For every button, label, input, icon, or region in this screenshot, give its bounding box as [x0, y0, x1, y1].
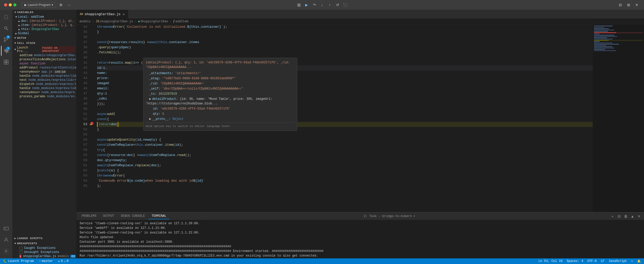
new-terminal-button[interactable]: +	[610, 213, 615, 219]
call-stack-header[interactable]: ▼ CALL STACK	[12, 41, 76, 46]
code-editor[interactable]: 34 35 36 37 38 39 40 41 42 43 44 45 46 4…	[76, 24, 644, 212]
bp-uncaught-exceptions[interactable]: Uncaught Exceptions	[12, 250, 76, 254]
tooltip-line-proto[interactable]: ▶__proto__: Object	[146, 116, 295, 122]
stop-button[interactable]: ⬛	[342, 2, 348, 8]
activity-icon-search[interactable]	[1, 23, 11, 33]
tab-shoppingcartdao[interactable]: JS shoppingCartDao.js ✕	[76, 10, 128, 18]
code-line-36	[97, 35, 593, 40]
var-item-global[interactable]: ▶ Global	[12, 31, 76, 35]
status-errors[interactable]: ✕ 0 ⚠ 0	[57, 259, 70, 263]
variables-section: ▼ VARIABLES ▼ Local: addItem ▶ doc: {det…	[12, 10, 76, 35]
bp-caught-checkbox[interactable]	[20, 247, 23, 250]
status-language[interactable]: JavaScript	[608, 259, 628, 263]
ellipsis-icon[interactable]: ···	[66, 2, 72, 8]
activity-icon-explorer[interactable]	[1, 12, 11, 22]
continue-button[interactable]: ▶	[304, 2, 310, 8]
frame-fn-anon2: <anonymous>	[20, 91, 40, 94]
cs-frame-async[interactable]: async function	[12, 62, 76, 66]
status-eol[interactable]: LF	[600, 259, 605, 263]
tooltip-line-detailproduct[interactable]: ▶detailProduct: {id: 36, name: 'Mood Tab…	[146, 96, 295, 106]
gutter: ⇒	[90, 24, 95, 212]
bc-shoppingcartdao[interactable]: JSshoppingCartDao.js	[95, 20, 133, 23]
status-branch[interactable]: ⑂ master	[38, 259, 54, 263]
status-notification[interactable]: 🔔	[636, 259, 642, 263]
close-panel-icon[interactable]: ✕	[634, 2, 640, 8]
bp-caught-exceptions[interactable]: Caught Exceptions	[12, 246, 76, 250]
close-button[interactable]	[4, 3, 7, 6]
status-encoding[interactable]: UTF-8	[586, 259, 598, 263]
gear-icon[interactable]: ⚙	[58, 2, 64, 8]
code-line-55	[97, 132, 593, 137]
tab-output[interactable]: OUTPUT	[100, 213, 117, 219]
frame-fn-additem: addItem	[20, 54, 32, 57]
chevron-down-icon[interactable]: ▾	[414, 214, 415, 218]
close-panel-button[interactable]: ✕	[636, 213, 642, 219]
loaded-scripts-header[interactable]: ▶ LOADED SCRIPTS	[12, 236, 76, 241]
terminal-content[interactable]: Service 'ttweb-cloned-routing-svc' is av…	[76, 220, 644, 258]
cs-frame-anonymous1[interactable]: <anonymous> app.js 146:18	[12, 70, 76, 74]
breadcrumb: models › JSshoppingCartDao.js › ◆Shoppin…	[76, 19, 644, 24]
status-spaces[interactable]: Spaces: 4	[566, 259, 584, 263]
tab-problems[interactable]: PROBLEMS	[79, 213, 100, 219]
tab-terminal[interactable]: TERMINAL	[148, 213, 169, 219]
global-label: Global	[18, 32, 29, 35]
split-terminal-button[interactable]: ⊟	[616, 213, 622, 219]
debug-arrow-53: ⇒	[89, 122, 92, 127]
minimize-button[interactable]	[9, 3, 12, 6]
grid-icon[interactable]: ⊞	[296, 2, 302, 8]
step-out-button[interactable]: ↑	[327, 2, 333, 8]
restart-button[interactable]: ↺	[334, 2, 341, 8]
thread-name: Launch Pro...	[17, 46, 40, 53]
cs-frame-next[interactable]: next node_modules/express/lib/ro...	[12, 78, 76, 82]
maximize-button[interactable]	[13, 3, 16, 6]
bp-shoppingcart-label: shoppingCartDao.js	[23, 255, 56, 258]
activity-icon-extensions[interactable]	[1, 57, 11, 67]
cs-frame-process-params[interactable]: process_params node_modules/ex...	[12, 94, 76, 99]
status-bar: 🐛 Launch Program ⑂ master ✕ 0 ⚠ 0 Ln 53,…	[0, 258, 644, 264]
activity-icon-account[interactable]	[1, 235, 11, 245]
tooltip-trigger-line: {detailProduct: {…}, qty: 1, id: 'e8c595…	[146, 60, 295, 70]
this-chevron: ▶	[18, 28, 20, 31]
bc-models[interactable]: models	[80, 20, 91, 23]
cs-frame-additem[interactable]: addItem models/shoppingCartDao.js	[12, 53, 76, 57]
cs-frame-handle2[interactable]: handle node_modules/express/lib/r...	[12, 86, 76, 90]
activity-icon-settings[interactable]	[1, 246, 11, 256]
var-item-item[interactable]: ▶ item: {detailProduct: {…}, qty: 1, i..…	[12, 23, 76, 27]
activity-icon-debug[interactable]: 1	[1, 46, 11, 56]
svg-point-2	[4, 37, 6, 39]
var-item-this[interactable]: ▶ this: ShoppingCartDao	[12, 27, 76, 31]
traffic-lights	[4, 3, 16, 6]
terminal-name: 2: Task - bridge-to-kubern	[364, 214, 412, 218]
watch-header[interactable]: ▼ WATCH	[12, 35, 76, 41]
bc-class[interactable]: ◆ShoppingCartDao	[138, 19, 168, 23]
step-over-button[interactable]: ↷	[311, 2, 318, 8]
bp-uncaught-checkbox[interactable]	[20, 251, 23, 254]
activity-icon-source-control[interactable]: 6	[1, 34, 11, 45]
split-editor-icon[interactable]: ⊞	[626, 2, 632, 8]
status-debug[interactable]: 🐛 Launch Program	[2, 259, 35, 263]
cs-frame-process[interactable]: processTicksAndRejections intern...	[12, 57, 76, 62]
status-line-col[interactable]: Ln 53, Col 19	[537, 259, 564, 263]
call-stack-list: ▼ Launch Pro... PAUSED ON BREAKPOINT add…	[12, 46, 76, 236]
variables-header[interactable]: ▼ VARIABLES	[12, 10, 76, 15]
var-item-doc[interactable]: ▶ doc: {detailProduct: {…}, qty: 1, id..…	[12, 19, 76, 23]
kill-terminal-button[interactable]: 🗑	[623, 213, 629, 219]
cs-frame-anonymous2[interactable]: <anonymous> node_modules/expre...	[12, 90, 76, 94]
cs-frame-handle1[interactable]: handle node_modules/express/lib/r...	[12, 74, 76, 78]
var-item-local[interactable]: ▼ Local: addItem	[12, 15, 76, 19]
breakpoints-header[interactable]: ▼ BREAKPOINTS	[12, 241, 76, 246]
maximize-panel-button[interactable]: ▲	[630, 213, 635, 219]
layout-icon[interactable]: ⊟	[617, 2, 623, 8]
bp-shoppingcartdao[interactable]: ✓ shoppingCartDao.js models 23	[12, 254, 76, 258]
activity-icon-remote[interactable]	[1, 223, 11, 234]
step-into-button[interactable]: ↓	[319, 2, 325, 8]
bp-shoppingcart-checkbox[interactable]: ✓	[20, 255, 21, 258]
tab-debug-console[interactable]: DEBUG CONSOLE	[118, 213, 148, 219]
run-dropdown[interactable]: ▶ Launch Program ▾	[22, 2, 56, 8]
bc-method[interactable]: ƒaddItem	[173, 20, 188, 23]
status-feedback[interactable]: ☺	[630, 259, 634, 263]
cs-frame-addproduct[interactable]: addProduct routes/cartController.js	[12, 66, 76, 70]
tab-close-icon[interactable]: ✕	[123, 12, 125, 16]
cs-frame-dispatch[interactable]: dispatch node_modules/express/l...	[12, 82, 76, 86]
cs-thread-launch[interactable]: ▼ Launch Pro... PAUSED ON BREAKPOINT	[12, 46, 76, 53]
